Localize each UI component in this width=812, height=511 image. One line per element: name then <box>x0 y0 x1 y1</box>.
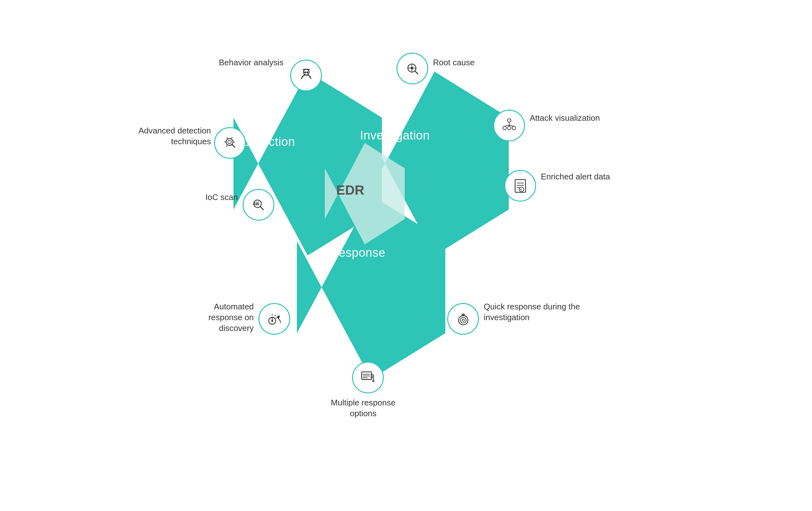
svg-line-10 <box>232 144 235 147</box>
attack-visualization-icon-circle <box>493 110 525 141</box>
advanced-detection-icon-circle <box>214 127 246 159</box>
ioc-search-icon: DB 1 0 0 1 <box>250 196 267 214</box>
root-cause-icon-circle <box>397 53 428 84</box>
svg-point-5 <box>307 71 308 73</box>
tree-icon <box>500 117 518 134</box>
automated-response-label: Automated response on discovery <box>187 301 254 333</box>
automated-icon <box>266 310 283 328</box>
svg-line-22 <box>414 71 417 73</box>
svg-line-33 <box>504 125 509 126</box>
investigation-label: Investigation <box>360 129 430 142</box>
response-label: Response <box>330 246 385 260</box>
svg-line-11 <box>227 137 228 139</box>
multiple-options-icon <box>359 369 377 386</box>
svg-point-29 <box>503 126 506 130</box>
ioc-scan-label: IoC scan <box>194 192 238 203</box>
attack-visualization-label: Attack visualization <box>530 113 600 124</box>
svg-text:0 1: 0 1 <box>256 203 259 206</box>
svg-rect-2 <box>308 69 310 70</box>
finger-touch-icon <box>455 310 472 328</box>
svg-line-17 <box>260 206 263 210</box>
svg-point-28 <box>508 119 511 122</box>
behavior-analysis-label: Behavior analysis <box>219 57 284 68</box>
advanced-detection-label: Advanced detection techniques <box>128 125 211 147</box>
svg-line-15 <box>226 145 227 146</box>
behavior-analysis-icon-circle <box>290 60 322 91</box>
svg-rect-1 <box>302 69 304 70</box>
document-icon: € <box>512 177 529 194</box>
svg-line-45 <box>274 315 276 317</box>
svg-text:€: € <box>520 188 522 191</box>
svg-point-31 <box>508 126 511 130</box>
svg-line-12 <box>231 137 232 139</box>
root-cause-icon <box>404 60 421 77</box>
quick-response-icon-circle <box>447 303 479 335</box>
svg-point-9 <box>228 140 231 144</box>
svg-point-30 <box>512 126 516 130</box>
svg-line-34 <box>509 125 514 126</box>
svg-point-51 <box>462 319 464 321</box>
ioc-scan-icon-circle: DB 1 0 0 1 <box>243 189 274 221</box>
enriched-alert-label: Enriched alert data <box>541 172 610 182</box>
edr-label: EDR <box>336 183 365 198</box>
edr-diagram: Detection Investigation Response EDR Beh… <box>184 34 628 477</box>
detection-label: Detection <box>243 135 295 149</box>
multiple-response-icon-circle <box>352 362 384 393</box>
bug-search-icon <box>222 134 239 152</box>
spy-icon <box>297 67 315 84</box>
svg-point-4 <box>304 71 306 73</box>
svg-point-49 <box>458 315 467 325</box>
svg-text:1 0: 1 0 <box>256 200 259 203</box>
svg-point-50 <box>460 317 466 323</box>
svg-point-43 <box>271 320 273 322</box>
svg-line-46 <box>276 318 277 318</box>
svg-rect-55 <box>361 372 371 380</box>
automated-response-icon-circle <box>259 303 290 335</box>
svg-point-23 <box>411 67 413 69</box>
svg-line-47 <box>279 319 281 321</box>
root-cause-label: Root cause <box>433 57 475 68</box>
multiple-response-label: Multiple response options <box>327 397 400 419</box>
quick-response-label: Quick response during the investigation <box>484 301 628 323</box>
enriched-alert-icon-circle: € <box>504 170 536 202</box>
